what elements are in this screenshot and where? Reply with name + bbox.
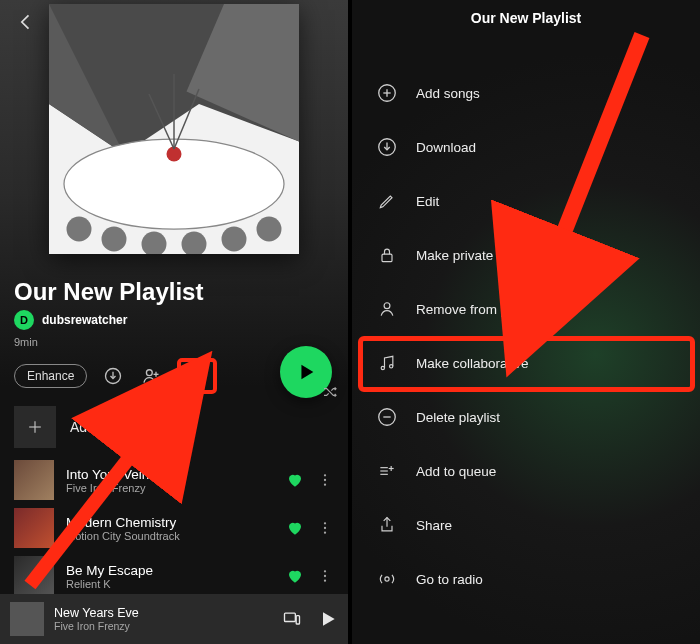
heart-icon[interactable] (286, 471, 304, 489)
svg-point-20 (202, 374, 205, 377)
track-art (14, 508, 54, 548)
lock-icon (376, 244, 398, 266)
now-playing-art (10, 602, 44, 636)
track-title: Into Your Veins (66, 467, 274, 482)
svg-point-28 (324, 570, 326, 572)
add-songs-row[interactable]: Add songs (14, 406, 136, 448)
menu-go-to-radio[interactable]: Go to radio (376, 552, 682, 606)
svg-point-27 (324, 532, 326, 534)
plus-icon (14, 406, 56, 448)
heart-icon[interactable] (286, 519, 304, 537)
menu-add-to-queue[interactable]: Add to queue (376, 444, 682, 498)
menu-label: Edit (416, 194, 439, 209)
track-art (14, 556, 54, 596)
queue-icon (376, 460, 398, 482)
context-menu: Add songs Download Edit Make private Rem… (376, 66, 682, 606)
menu-label: Go to radio (416, 572, 483, 587)
now-playing-title: New Years Eve (54, 606, 272, 620)
svg-point-8 (102, 227, 127, 252)
track-artist: Five Iron Frenzy (66, 482, 274, 494)
more-options-icon[interactable] (185, 364, 209, 388)
svg-rect-32 (296, 616, 299, 624)
album-cover (49, 4, 299, 254)
playlist-menu-screen: Our New Playlist Add songs Download Edit… (352, 0, 700, 644)
track-more-icon[interactable] (316, 471, 334, 489)
menu-label: Delete playlist (416, 410, 500, 425)
profile-remove-icon (376, 298, 398, 320)
svg-marker-33 (323, 612, 335, 625)
svg-point-17 (147, 370, 153, 376)
menu-share[interactable]: Share (376, 498, 682, 552)
playlist-screen: Our New Playlist D dubsrewatcher 9min En… (0, 0, 348, 644)
menu-label: Make collaborative (416, 356, 529, 371)
menu-download[interactable]: Download (376, 120, 682, 174)
playlist-author[interactable]: D dubsrewatcher (14, 310, 127, 330)
svg-rect-38 (382, 254, 392, 261)
minus-circle-icon (376, 406, 398, 428)
svg-point-12 (257, 217, 282, 242)
svg-point-39 (384, 303, 390, 309)
menu-label: Remove from profile (416, 302, 538, 317)
menu-make-collaborative[interactable]: Make collaborative (376, 336, 682, 390)
playlist-title: Our New Playlist (14, 278, 203, 306)
back-button[interactable] (14, 10, 38, 34)
menu-label: Add songs (416, 86, 480, 101)
plus-circle-icon (376, 82, 398, 104)
menu-edit[interactable]: Edit (376, 174, 682, 228)
devices-icon[interactable] (282, 609, 302, 629)
svg-point-43 (385, 577, 389, 581)
track-artist: Motion City Soundtrack (66, 530, 274, 542)
add-user-icon[interactable] (139, 364, 163, 388)
svg-point-25 (324, 522, 326, 524)
enhance-button[interactable]: Enhance (14, 364, 87, 388)
radio-icon (376, 568, 398, 590)
play-icon[interactable] (318, 609, 338, 629)
menu-label: Add to queue (416, 464, 496, 479)
author-avatar: D (14, 310, 34, 330)
svg-point-41 (390, 365, 393, 368)
menu-make-private[interactable]: Make private (376, 228, 682, 282)
svg-point-11 (222, 227, 247, 252)
svg-point-22 (324, 474, 326, 476)
track-title: Be My Escape (66, 563, 274, 578)
track-row[interactable]: Modern Chemistry Motion City Soundtrack (14, 504, 334, 552)
menu-delete-playlist[interactable]: Delete playlist (376, 390, 682, 444)
track-row[interactable]: Be My Escape Relient K (14, 552, 334, 600)
track-row[interactable]: Into Your Veins Five Iron Frenzy (14, 456, 334, 504)
svg-marker-21 (301, 365, 313, 380)
menu-title: Our New Playlist (352, 10, 700, 26)
track-more-icon[interactable] (316, 567, 334, 585)
shuffle-icon[interactable] (322, 384, 340, 402)
track-title: Modern Chemistry (66, 515, 274, 530)
track-list: Into Your Veins Five Iron Frenzy Modern … (14, 456, 334, 600)
heart-icon[interactable] (286, 567, 304, 585)
menu-label: Download (416, 140, 476, 155)
download-icon[interactable] (101, 364, 125, 388)
menu-remove-profile[interactable]: Remove from profile (376, 282, 682, 336)
download-icon (376, 136, 398, 158)
svg-point-40 (381, 366, 384, 369)
svg-point-23 (324, 479, 326, 481)
playlist-duration: 9min (14, 336, 38, 348)
pencil-icon (376, 190, 398, 212)
author-name: dubsrewatcher (42, 313, 127, 327)
svg-point-29 (324, 575, 326, 577)
track-more-icon[interactable] (316, 519, 334, 537)
svg-point-19 (196, 374, 199, 377)
now-playing-artist: Five Iron Frenzy (54, 620, 272, 632)
share-icon (376, 514, 398, 536)
menu-add-songs[interactable]: Add songs (376, 66, 682, 120)
menu-label: Share (416, 518, 452, 533)
track-art (14, 460, 54, 500)
track-artist: Relient K (66, 578, 274, 590)
svg-point-30 (324, 580, 326, 582)
menu-label: Make private (416, 248, 493, 263)
more-options-highlight (177, 358, 217, 394)
music-note-icon (376, 352, 398, 374)
now-playing-bar[interactable]: New Years Eve Five Iron Frenzy (0, 594, 348, 644)
svg-point-7 (67, 217, 92, 242)
svg-point-24 (324, 484, 326, 486)
svg-point-26 (324, 527, 326, 529)
svg-rect-31 (285, 613, 296, 621)
svg-point-18 (190, 374, 193, 377)
